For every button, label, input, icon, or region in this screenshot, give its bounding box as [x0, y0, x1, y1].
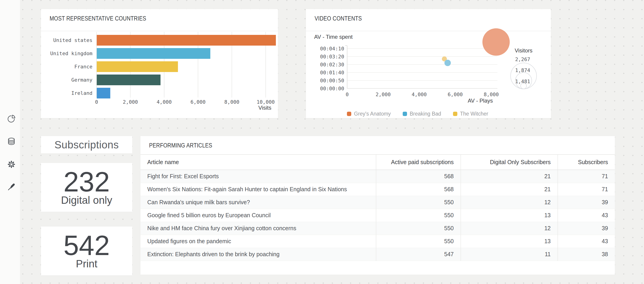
bar-x-axis-title: Visits	[258, 105, 271, 111]
bar-united-kingdom	[97, 48, 210, 59]
value-cell: 550	[376, 222, 461, 235]
bar-ireland	[97, 88, 110, 99]
size-legend-title: Visitors	[515, 47, 532, 54]
sidebar-item-theme[interactable]	[7, 183, 16, 191]
value-cell: 550	[376, 209, 461, 222]
value-cell: 547	[376, 248, 461, 261]
table-row: Google fined 5 billion euros by European…	[140, 209, 615, 222]
legend-item-breaking-bad[interactable]: Breaking Bad	[403, 111, 441, 117]
value-cell: 13	[461, 235, 558, 248]
articles-table: Article nameActive paid subscriptionsDig…	[140, 154, 615, 261]
table-row: Updated figures on the pandemic5501343	[140, 235, 615, 248]
value-cell: 13	[461, 209, 558, 222]
bar-category-label: France	[74, 64, 92, 70]
legend-swatch-icon	[453, 112, 457, 116]
bubble-x-tick-label: 2,000	[376, 92, 391, 97]
value-cell: 550	[376, 235, 461, 248]
pie-chart-icon	[7, 114, 16, 123]
legend-item-the-witcher[interactable]: The Witcher	[453, 111, 488, 117]
article-name-cell: Google fined 5 billion euros by European…	[140, 209, 376, 222]
bubble-y-tick-label: 00:01:40	[320, 70, 344, 76]
value-cell: 43	[558, 209, 615, 222]
legend-label: Breaking Bad	[410, 111, 441, 117]
article-name-cell: Women's Six Nations: Fit-again Sarah Hun…	[140, 183, 376, 196]
sidebar-item-data[interactable]	[7, 137, 16, 146]
column-header-article-name: Article name	[140, 155, 376, 170]
table-row: Can Rwanda's unique milk bars survive?55…	[140, 196, 615, 209]
article-name-cell: Extinction: Elephants driven to the brin…	[140, 248, 376, 261]
bubble-y-axis-title: AV - Time spent	[314, 34, 352, 40]
article-name-cell: Updated figures on the pandemic	[140, 235, 376, 248]
dashboard-canvas: MOST REPRESENTATIVE COUNTRIES 02,0004,00…	[0, 0, 644, 284]
legend-swatch-icon	[403, 112, 407, 116]
bar-x-tick-label: 4,000	[156, 99, 172, 105]
bubble-y-tick-label: 00:04:10	[320, 46, 344, 52]
table-row: Nike and HM face China fury over Xinjian…	[140, 222, 615, 235]
value-cell: 568	[376, 170, 461, 183]
print-stat-card: 542 Print	[41, 226, 132, 275]
size-legend-value: 1,874	[515, 68, 530, 73]
column-header-digital-only-subscribers: Digital Only Subscribers	[461, 155, 558, 170]
value-cell: 43	[558, 235, 615, 248]
bar-united-states	[97, 35, 276, 46]
bar-x-tick-label: 10,000	[256, 99, 274, 105]
countries-bar-chart: 02,0004,0006,0008,00010,000United states…	[41, 9, 278, 118]
sidebar	[0, 0, 20, 284]
bubble-y-tick-label: 00:00:50	[320, 78, 344, 83]
subscriptions-title: Subscriptions	[54, 139, 119, 151]
print-value: 542	[64, 233, 110, 258]
bar-x-tick-label: 6,000	[190, 99, 206, 105]
articles-panel-title: PERFORMING ARTICLES	[149, 142, 212, 149]
table-row: Women's Six Nations: Fit-again Sarah Hun…	[140, 183, 615, 196]
table-row: Fight for First: Excel Esports5682171	[140, 170, 615, 183]
legend-item-grey-s-anatomy[interactable]: Grey's Anatomy	[347, 111, 391, 117]
digital-only-value: 232	[64, 169, 110, 195]
bubble-x-tick-label: 6,000	[448, 92, 462, 97]
video-bubble-chart: 00:00:0000:00:5000:01:4000:02:3000:03:20…	[306, 9, 551, 118]
bar-x-tick-label: 0	[95, 99, 98, 105]
size-legend-value: 2,267	[515, 57, 530, 62]
gear-icon	[7, 160, 16, 169]
article-name-cell: Nike and HM face China fury over Xinjian…	[140, 222, 376, 235]
digital-only-label: Digital only	[61, 195, 112, 206]
sidebar-item-charts[interactable]	[7, 114, 16, 123]
bar-category-label: United states	[53, 37, 92, 43]
legend-label: Grey's Anatomy	[354, 111, 391, 117]
value-cell: 39	[558, 196, 615, 209]
value-cell: 38	[558, 248, 615, 261]
column-header-subscribers: Subscribers	[558, 155, 615, 170]
legend-swatch-icon	[347, 112, 351, 116]
subscriptions-title-card: Subscriptions	[41, 136, 132, 153]
article-name-cell: Can Rwanda's unique milk bars survive?	[140, 196, 376, 209]
value-cell: 21	[461, 170, 558, 183]
value-cell: 39	[558, 222, 615, 235]
bar-x-tick-label: 8,000	[224, 99, 239, 105]
value-cell: 71	[558, 183, 615, 196]
video-contents-panel: VIDEO CONTENTS 00:00:0000:00:5000:01:400…	[306, 9, 551, 118]
bubble-chart-legend: Grey's AnatomyBreaking BadThe Witcher	[347, 111, 488, 117]
articles-table-header: Article nameActive paid subscriptionsDig…	[140, 155, 615, 170]
sidebar-item-settings[interactable]	[7, 160, 16, 169]
bar-france	[97, 61, 178, 72]
bubble-y-tick-label: 00:02:30	[320, 62, 344, 68]
digital-only-stat-card: 232 Digital only	[41, 163, 132, 212]
column-header-active-paid-subscriptions: Active paid subscriptions	[376, 155, 461, 170]
size-legend-value: 1,481	[515, 79, 530, 84]
value-cell: 550	[376, 196, 461, 209]
eyedropper-icon	[7, 183, 16, 191]
bar-germany	[97, 75, 160, 85]
countries-panel: MOST REPRESENTATIVE COUNTRIES 02,0004,00…	[41, 9, 278, 118]
value-cell: 11	[461, 248, 558, 261]
print-label: Print	[76, 258, 98, 269]
bar-category-label: Germany	[71, 77, 92, 83]
table-row: Extinction: Elephants driven to the brin…	[140, 248, 615, 261]
bubble-x-tick-label: 4,000	[412, 92, 426, 97]
bar-x-tick-label: 2,000	[123, 99, 138, 105]
performing-articles-panel: PERFORMING ARTICLES Article nameActive p…	[140, 136, 615, 275]
bubble-x-tick-label: 8,000	[484, 92, 499, 97]
value-cell: 12	[461, 196, 558, 209]
bubble-y-tick-label: 00:00:00	[320, 86, 344, 91]
value-cell: 71	[558, 170, 615, 183]
legend-label: The Witcher	[460, 111, 488, 117]
article-name-cell: Fight for First: Excel Esports	[140, 170, 376, 183]
